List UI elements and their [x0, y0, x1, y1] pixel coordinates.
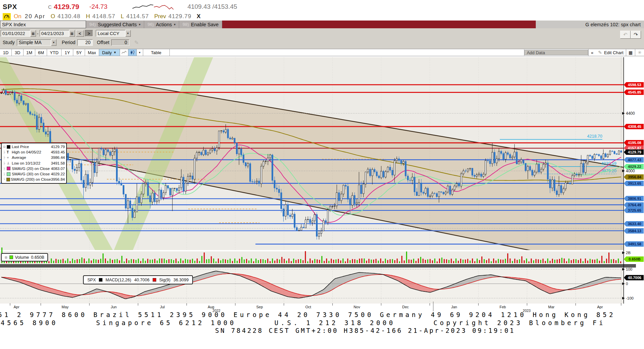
period-input[interactable]: 20 — [77, 39, 93, 46]
volume-legend: ⊟ Volume 0.650B — [1, 253, 48, 261]
high-marker-icon: T — [7, 150, 12, 154]
offset-input[interactable]: 0 — [111, 39, 129, 46]
axis-badge: 4195.08 — [624, 140, 644, 145]
session-bar: On 20 Apr O 4130.48 H 4148.57 L 4114.57 … — [3, 12, 201, 21]
high-value: 4148.57 — [92, 13, 115, 20]
expand-icon[interactable]: ⊟ — [3, 145, 7, 148]
menu-enable-save[interactable]: 98) Enable Save — [179, 21, 222, 28]
axis-tick-label: 2B — [626, 251, 631, 255]
offset-label: Offset — [97, 40, 109, 45]
panel-separator — [0, 265, 636, 268]
signal-label: Sig(9) — [159, 278, 170, 282]
axis-tick-label: 100 — [626, 267, 632, 271]
calendar-icon[interactable]: ▦ — [30, 30, 36, 37]
intraday-sparkline-icon — [132, 3, 176, 11]
add-data-input[interactable]: Add Data — [524, 50, 588, 55]
gauge-icon[interactable] — [3, 13, 11, 20]
pencil-icon: ✎ — [134, 39, 138, 46]
legend-row-last[interactable]: ⊟ Last Price 4129.79 — [3, 144, 65, 149]
tab-max[interactable]: Max — [85, 49, 99, 56]
session-status: On — [14, 13, 22, 20]
axis-badge: 3913.65 — [624, 181, 644, 186]
date-from-input[interactable]: 01/01/2022 — [1, 30, 30, 37]
undo-redo-group: ↶ ↷ — [620, 31, 641, 39]
cyan-level-label: 4030.59 — [601, 161, 616, 166]
tab-6m[interactable]: 6M — [35, 49, 47, 56]
tab-3d[interactable]: 3D — [12, 49, 24, 56]
legend-label: Average — [12, 155, 51, 160]
undo-button[interactable]: ↶ — [620, 31, 631, 39]
month-label: Apr — [13, 305, 19, 309]
currency-select[interactable]: Local CCY — [96, 30, 125, 37]
legend-value: 4029.22 — [51, 172, 65, 176]
redo-button[interactable]: ↷ — [631, 31, 641, 39]
footer-phone-line: 61 2 9777 8600 Brazil 5511 2395 9000 Eur… — [0, 311, 615, 318]
tab-bar: 1D 3D 1M 6M YTD 1Y 5Y Max Daily ▼ ▾ Tabl… — [0, 49, 644, 56]
axis-badge: 3491.58 — [624, 241, 644, 247]
last-price: 4129.79 — [54, 3, 79, 11]
axis-badge: 4029.22 — [624, 164, 644, 169]
legend-label: SMAVG (30) on Close — [12, 172, 51, 176]
legend-value: 4593.45 — [51, 150, 65, 154]
axis-tick-label: 4400 — [626, 111, 635, 116]
axis-badge: 3764.49 — [624, 202, 644, 208]
chevron-down-icon[interactable]: ▾ — [51, 39, 56, 46]
security-input[interactable]: SPX Index — [0, 21, 86, 28]
macd-ticker: SPX — [87, 278, 96, 282]
legend-label: SMAVG (20) on Close — [12, 167, 51, 171]
month-label: Apr — [597, 305, 603, 309]
range-next-button[interactable]: > — [85, 30, 93, 37]
average-marker-icon: + — [7, 155, 12, 160]
tab-1m[interactable]: 1M — [24, 49, 35, 56]
expand-icon[interactable]: ⊟ — [5, 256, 7, 259]
line-chart-icon[interactable] — [120, 49, 128, 56]
tab-1y[interactable]: 1Y — [62, 49, 73, 56]
month-label: May — [62, 305, 69, 309]
axis-tick-label: 0 — [626, 282, 628, 286]
interval-select[interactable]: Daily ▼ — [99, 49, 120, 56]
menu-suggested-charts[interactable]: 94) Suggested Charts ▾ — [86, 21, 144, 28]
chart-type-dropdown[interactable]: ▾ — [137, 49, 143, 56]
low-value: 4114.57 — [126, 13, 149, 20]
month-label: Oct — [305, 305, 311, 309]
menu-bar: SPX Index 94) Suggested Charts ▾ 96) Act… — [0, 21, 644, 28]
tab-5y[interactable]: 5Y — [73, 49, 85, 56]
edit-chart-label: Edit Chart — [604, 50, 623, 55]
volume-value: 0.650B — [31, 255, 44, 260]
gear-icon[interactable]: ✳ — [635, 49, 644, 56]
close-x-button[interactable]: X — [197, 13, 200, 20]
menu-spacer — [222, 21, 536, 28]
table-button[interactable]: Table — [143, 49, 170, 56]
footer-terminal-line: SN 784228 CEST GMT+2:00 H385-42-166 21-A… — [215, 327, 515, 334]
ticker-symbol: SPX — [3, 3, 17, 11]
menu-num: 98) — [183, 22, 189, 27]
collapse-toolbar-button[interactable]: « — [588, 49, 596, 56]
month-label: Nov — [354, 305, 360, 309]
tab-ytd[interactable]: YTD — [47, 49, 62, 56]
legend-label: Low on 10/13/22 — [12, 161, 51, 165]
legend-label: High on 04/05/22 — [12, 150, 51, 154]
calendar-icon[interactable]: ▦ — [69, 30, 75, 37]
study-row: Study Simple MA ▾ Period 20 Offset 0 ✎ — [1, 39, 139, 46]
chart-title-box: G elemzés 102: spx chart — [536, 21, 644, 28]
macd-legend: SPX MACD(12,26) 40.7006 Sig(9) 36.3099 — [83, 275, 193, 284]
chart-plot-area[interactable]: 4218.704030.593979.20440040002B1000-100A… — [0, 57, 644, 312]
axis-badge: 3806.91 — [624, 196, 644, 201]
edit-chart-button[interactable]: ✎ Edit Chart — [596, 49, 626, 56]
menu-actions[interactable]: 96) Actions ▾ — [144, 21, 179, 28]
chevron-down-icon[interactable]: ▾ — [125, 30, 131, 37]
study-select[interactable]: Simple MA — [17, 39, 51, 46]
sma20-swatch — [7, 167, 10, 170]
pencil-icon: ✎ — [598, 50, 602, 55]
tab-1d[interactable]: 1D — [0, 49, 12, 56]
legend-value: 3986.44 — [51, 155, 65, 160]
range-prev-button[interactable]: < — [76, 30, 84, 37]
bid-ask: 4109.43 /4153.45 — [188, 3, 237, 10]
date-to-input[interactable]: 04/21/2023 — [40, 30, 69, 37]
macd-value: 40.7006 — [134, 278, 149, 282]
sma200-swatch — [6, 178, 10, 181]
chart-settings-icon[interactable]: ▦ — [626, 49, 635, 56]
axis-badge: 4545.85 — [624, 90, 644, 95]
candlestick-chart-icon[interactable] — [128, 49, 137, 56]
axis-badge: 4129.79 — [624, 149, 644, 155]
